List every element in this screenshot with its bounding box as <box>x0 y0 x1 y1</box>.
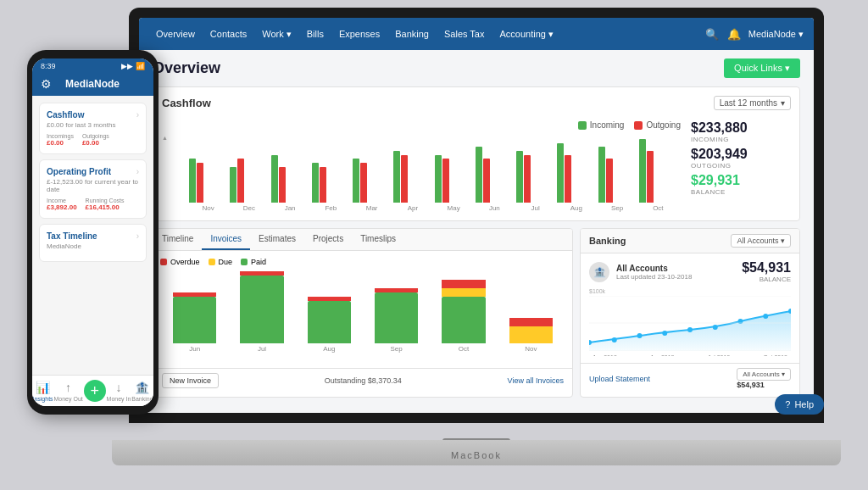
nav-overview[interactable]: Overview <box>149 25 202 42</box>
search-icon[interactable]: 🔍 <box>704 26 720 42</box>
new-invoice-button[interactable]: New Invoice <box>162 373 219 388</box>
svg-point-2 <box>637 333 643 338</box>
phone-tax-title: Tax Timeline <box>47 231 139 241</box>
balance-label: BALANCE <box>691 188 791 196</box>
y-axis: ▲ <box>162 135 186 203</box>
cashflow-chart-labels: NovDecJanFebMarAprMayJunJulAugSepOct <box>186 203 681 212</box>
phone-profit-chevron: › <box>136 167 139 176</box>
nav-banking[interactable]: Banking <box>388 25 436 42</box>
period-selector[interactable]: Last 12 months ▾ <box>714 96 791 110</box>
incoming-legend-dot <box>578 121 587 130</box>
period-dropdown-icon: ▾ <box>781 98 785 108</box>
banking-footer-selector[interactable]: All Accounts ▾ <box>737 368 791 381</box>
cashflow-bar-chart <box>186 135 681 203</box>
phone-nav: ⚙ MediaNode <box>32 74 153 96</box>
user-menu[interactable]: MediaNode ▾ <box>748 29 804 40</box>
invoice-chart-labels: JunJulAugSepOctNov <box>160 343 565 353</box>
phone-status-bar: 8:39 ▶▶ 📶 <box>32 58 153 74</box>
user-dropdown-icon: ▾ <box>798 29 804 40</box>
nav-contacts[interactable]: Contacts <box>203 25 253 42</box>
paid-dot <box>241 259 248 265</box>
phone-bottom-nav: 📊 Insights ↑ Money Out + ↓ Money In 🏦 Ba… <box>32 375 153 406</box>
banking-title: Banking <box>589 236 626 246</box>
invoice-bar-chart <box>160 271 565 343</box>
help-button[interactable]: ? Help <box>775 394 824 415</box>
banking-footer-balance: $54,931 <box>737 381 791 389</box>
bank-account-row: 🏦 All Accounts Last updated 23-10-2018 $… <box>589 260 791 283</box>
bell-icon[interactable]: 🔔 <box>726 26 742 42</box>
bank-balance: $54,931 <box>742 260 791 276</box>
phone-tax-card: Tax Timeline MediaNode › <box>39 224 147 262</box>
upload-statement-link[interactable]: Upload Statement <box>589 375 650 383</box>
phone-profit-title: Operating Profit <box>47 167 139 176</box>
phone-brand: MediaNode <box>65 78 120 90</box>
phone-cashflow-subtitle: £0.00 for last 3 months <box>47 121 139 129</box>
nav-work[interactable]: Work ▾ <box>255 25 298 43</box>
nav-expenses[interactable]: Expenses <box>332 25 387 42</box>
tab-invoices[interactable]: Invoices <box>202 229 250 250</box>
due-dot <box>209 259 215 265</box>
accounting-dropdown-icon: ▾ <box>548 29 554 40</box>
svg-point-5 <box>713 325 718 330</box>
phone-cashflow-title: Cashflow <box>47 110 139 120</box>
bank-balance-label: BALANCE <box>742 276 791 283</box>
tab-timeslips[interactable]: Timeslips <box>352 229 404 250</box>
cashflow-stats: $233,880 INCOMING $203,949 OUTGOING $29,… <box>681 120 791 199</box>
bank-icon: 🏦 <box>589 262 609 282</box>
page-title: Overview <box>153 59 220 77</box>
nav-accounting[interactable]: Accounting ▾ <box>492 25 559 43</box>
phone-nav-banking[interactable]: 🏦 Banking <box>131 381 153 402</box>
quick-links-button[interactable]: Quick Links ▾ <box>724 58 800 78</box>
incoming-value: $233,880 <box>691 120 791 136</box>
work-dropdown-icon: ▾ <box>287 29 292 40</box>
view-all-invoices-link[interactable]: View all Invoices <box>508 376 564 385</box>
tab-estimates[interactable]: Estimates <box>250 229 304 250</box>
banking-chart-x-labels: Jan 2018 Apr 2018 Jul 2018 Oct 2018 <box>589 354 791 356</box>
bank-account-name: All Accounts <box>616 264 742 273</box>
banking-line-chart: $100k <box>589 288 791 356</box>
svg-point-4 <box>687 327 693 332</box>
outgoing-value: $203,949 <box>691 147 791 162</box>
phone-cashflow-chevron: › <box>136 110 139 120</box>
banking-footer: Upload Statement All Accounts ▾ $54,931 <box>581 363 799 393</box>
svg-point-7 <box>763 314 768 319</box>
invoice-legend: Overdue Due Paid <box>160 258 565 266</box>
phone-cashflow-card: Cashflow £0.00 for last 3 months Incomin… <box>39 103 147 154</box>
invoices-tabs: Timeline Invoices Estimates Projects Tim… <box>153 229 572 251</box>
phone-nav-insights[interactable]: 📊 Insights <box>32 381 53 402</box>
phone-tax-subtitle: MediaNode <box>47 242 139 250</box>
overdue-dot <box>160 259 167 265</box>
tab-projects[interactable]: Projects <box>304 229 352 250</box>
invoices-footer: New Invoice Outstanding $8,370.34 Vi <box>153 368 572 393</box>
phone-settings-icon[interactable]: ⚙ <box>41 77 52 91</box>
all-accounts-selector[interactable]: All Accounts ▾ <box>731 234 791 248</box>
nav-bills[interactable]: Bills <box>300 25 331 42</box>
cashflow-title: Cashflow <box>162 97 211 109</box>
bank-last-updated: Last updated 23-10-2018 <box>616 273 742 281</box>
svg-point-3 <box>662 331 667 336</box>
phone-profit-card: Operating Profit £-12,523.00 for current… <box>39 159 147 219</box>
phone-profit-subtitle: £-12,523.00 for current year to date <box>47 178 139 193</box>
tab-timeline[interactable]: Timeline <box>153 229 202 250</box>
phone-nav-money-in[interactable]: ↓ Money In <box>107 381 131 402</box>
outgoing-legend-dot <box>634 121 643 130</box>
nav-sales-tax[interactable]: Sales Tax <box>437 25 492 42</box>
phone-nav-money-out[interactable]: ↑ Money Out <box>53 381 82 402</box>
outgoing-label: OUTGOING <box>691 162 791 170</box>
phone-add-button[interactable]: + <box>84 380 106 402</box>
invoices-section: Timeline Invoices Estimates Projects Tim… <box>153 228 573 398</box>
macbook-label: MacBook <box>451 450 502 460</box>
navigation: Overview Contacts Work ▾ Bills Expenses <box>139 18 814 50</box>
svg-point-1 <box>612 337 617 342</box>
balance-value: $29,931 <box>691 173 791 188</box>
phone-tax-chevron: › <box>136 231 139 241</box>
chart-legend: Incoming Outgoing <box>162 120 681 130</box>
outstanding-label: Outstanding $8,370.34 <box>325 376 402 385</box>
phone: 8:39 ▶▶ 📶 ⚙ MediaNode Cashflow £0.00 for… <box>27 50 159 415</box>
incoming-label: INCOMING <box>691 136 791 143</box>
banking-section: Banking All Accounts ▾ 🏦 All Accounts <box>580 228 800 398</box>
cashflow-section: Cashflow Last 12 months ▾ <box>153 86 800 221</box>
